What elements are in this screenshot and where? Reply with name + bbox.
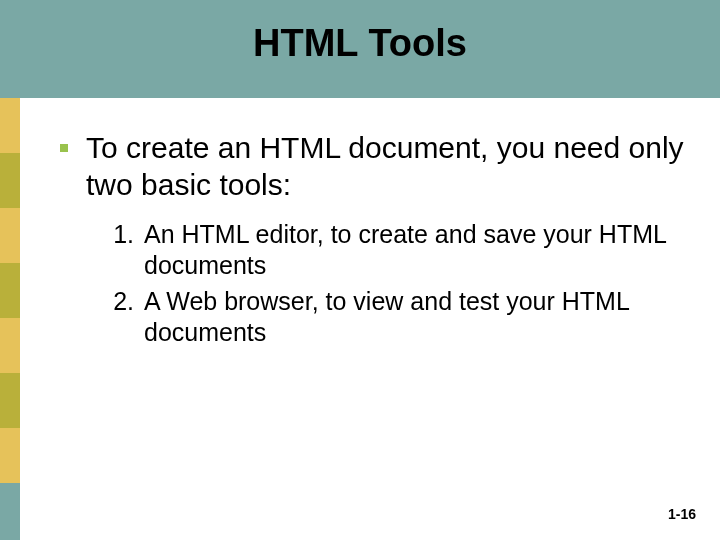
slide-title: HTML Tools	[0, 22, 720, 65]
bullet-icon	[60, 144, 68, 152]
stripe-teal-fill	[0, 483, 20, 540]
stripe-olive	[0, 263, 20, 318]
list-item: 2. A Web browser, to view and test your …	[104, 286, 690, 349]
page-number: 1-16	[668, 506, 696, 522]
stripe-yellow	[0, 318, 20, 373]
stripe-yellow	[0, 428, 20, 483]
list-text: A Web browser, to view and test your HTM…	[144, 286, 690, 349]
slide: HTML Tools To create an HTML document, y…	[0, 0, 720, 540]
slide-body: To create an HTML document, you need onl…	[60, 130, 690, 352]
stripe-olive	[0, 373, 20, 428]
numbered-list: 1. An HTML editor, to create and save yo…	[104, 219, 690, 348]
stripe-yellow	[0, 98, 20, 153]
header-bar: HTML Tools	[0, 0, 720, 98]
stripe-olive	[0, 153, 20, 208]
stripe-yellow	[0, 208, 20, 263]
list-number: 2.	[104, 286, 134, 317]
bullet-text: To create an HTML document, you need onl…	[86, 130, 690, 203]
left-accent-stripes	[0, 98, 20, 540]
list-item: 1. An HTML editor, to create and save yo…	[104, 219, 690, 282]
bullet-item: To create an HTML document, you need onl…	[60, 130, 690, 203]
list-text: An HTML editor, to create and save your …	[144, 219, 690, 282]
list-number: 1.	[104, 219, 134, 250]
